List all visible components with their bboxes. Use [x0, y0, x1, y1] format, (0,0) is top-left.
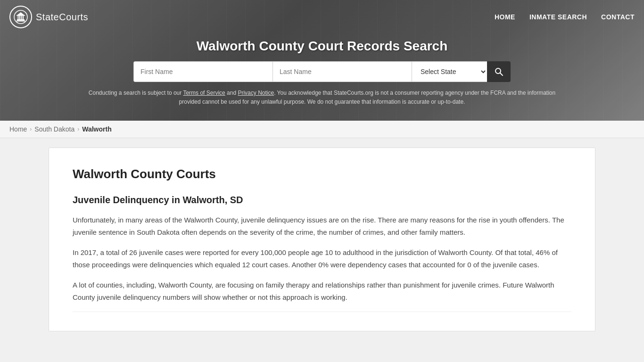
svg-rect-5	[21, 16, 22, 19]
logo-text: StateCourts	[36, 12, 88, 23]
breadcrumb: Home › South Dakota › Walworth	[0, 121, 644, 138]
search-button[interactable]	[487, 61, 511, 82]
nav-links: HOME INMATE SEARCH CONTACT	[495, 13, 635, 21]
header: StateCourts HOME INMATE SEARCH CONTACT W…	[0, 0, 644, 121]
nav-home[interactable]: HOME	[495, 13, 515, 21]
content-card: Walworth County Courts Juvenile Delinque…	[49, 148, 595, 331]
county-title: Walworth County Courts	[73, 167, 571, 181]
terms-link[interactable]: Terms of Service	[183, 90, 225, 96]
breadcrumb-sep-1: ›	[30, 126, 32, 132]
navigation: StateCourts HOME INMATE SEARCH CONTACT	[0, 0, 644, 34]
nav-contact[interactable]: CONTACT	[601, 13, 635, 21]
breadcrumb-state[interactable]: South Dakota	[34, 125, 74, 133]
courthouse-icon	[14, 10, 28, 24]
header-content: StateCourts HOME INMATE SEARCH CONTACT W…	[0, 0, 644, 121]
search-last-name[interactable]	[272, 61, 412, 82]
svg-rect-3	[18, 16, 19, 19]
section-divider	[73, 312, 571, 312]
search-first-name[interactable]	[133, 61, 272, 82]
svg-marker-7	[17, 12, 25, 16]
hero-section: Walworth County Court Records Search Sel…	[0, 34, 644, 121]
privacy-link[interactable]: Privacy Notice	[238, 90, 274, 96]
logo-icon	[9, 6, 32, 28]
main-content: Walworth County Courts Juvenile Delinque…	[39, 138, 605, 341]
paragraph-2: In 2017, a total of 26 juvenile cases we…	[73, 247, 571, 271]
section-title: Juvenile Delinquency in Walworth, SD	[73, 195, 571, 206]
breadcrumb-current: Walworth	[82, 125, 111, 133]
paragraph-3: A lot of counties, including, Walworth C…	[73, 279, 571, 303]
paragraph-1: Unfortunately, in many areas of the Walw…	[73, 214, 571, 238]
svg-rect-4	[19, 16, 20, 19]
search-bar: Select State Alabama Alaska South Dakota	[133, 61, 511, 82]
logo[interactable]: StateCourts	[9, 6, 88, 28]
breadcrumb-sep-2: ›	[77, 126, 79, 132]
svg-line-10	[500, 73, 503, 76]
svg-rect-1	[17, 19, 25, 21]
nav-inmate-search[interactable]: INMATE SEARCH	[529, 13, 587, 21]
disclaimer-text: Conducting a search is subject to our Te…	[86, 89, 558, 107]
svg-rect-2	[17, 21, 25, 22]
search-icon	[494, 67, 504, 76]
svg-rect-6	[23, 16, 24, 19]
svg-rect-8	[17, 15, 25, 16]
breadcrumb-home[interactable]: Home	[9, 125, 27, 133]
search-state-select[interactable]: Select State Alabama Alaska South Dakota	[412, 61, 487, 82]
page-title: Walworth County Court Records Search	[9, 39, 635, 54]
